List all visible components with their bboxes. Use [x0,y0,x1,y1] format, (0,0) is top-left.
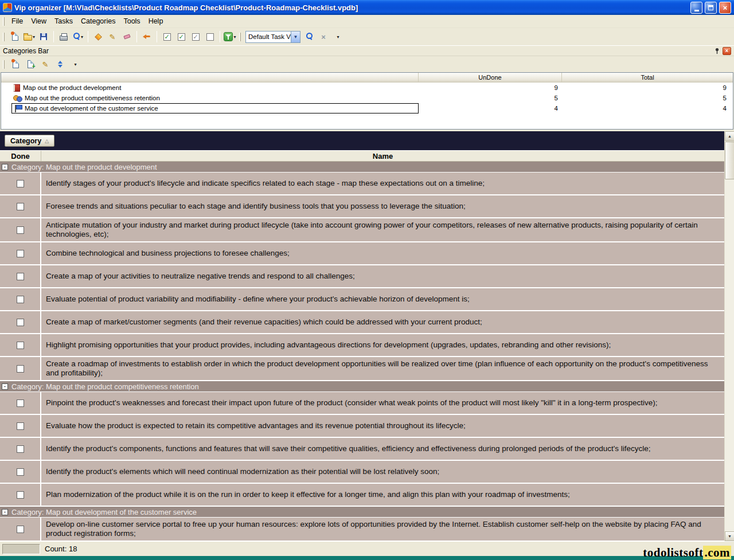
undo-button[interactable] [140,30,154,44]
sort-categories-button[interactable] [53,58,67,71]
group-header[interactable]: -Category: Map out development of the cu… [0,507,724,517]
print-preview-button[interactable]: ▾ [71,30,85,44]
task-list-body: -Category: Map out the product developme… [0,162,724,541]
task-checkbox[interactable] [17,342,24,349]
pin-button[interactable] [713,47,721,55]
task-row[interactable]: Foresee trends and situations peculiar t… [0,195,724,217]
task-row[interactable]: Anticipate mutation of your industry and… [0,218,724,241]
task-checkbox[interactable] [17,250,24,257]
vertical-scrollbar[interactable]: ▲ ▼ [724,131,734,541]
save-button[interactable] [37,30,50,44]
task-name: Evaluate how the product is expected to … [41,415,724,437]
done-column-header[interactable]: Done [0,151,41,161]
menu-view[interactable]: View [27,15,50,27]
delete-view-button[interactable]: × [317,30,330,44]
task-view-combo[interactable]: Default Task V ▼ [245,31,300,43]
task-checkbox[interactable] [17,296,24,303]
task-checkbox[interactable] [17,226,24,234]
task-checkbox[interactable] [17,365,24,373]
new-category-button[interactable] [9,58,22,71]
task-list-header: Done Name [0,150,724,162]
task-row[interactable]: Highlight promising opportunities that y… [0,334,724,356]
categories-bar-close-button[interactable]: × [723,47,731,55]
task-row[interactable]: Evaluate potential of product variabilit… [0,288,724,310]
task-checkbox[interactable] [17,203,24,210]
new-file-button[interactable] [8,30,22,44]
task-checkbox[interactable] [17,445,24,453]
dropdown-arrow-icon: ▾ [33,34,35,40]
combo-dropdown-icon[interactable]: ▼ [291,32,300,42]
maximize-button[interactable] [705,2,717,14]
customize-view-button[interactable] [302,30,316,44]
group-by-category-button[interactable]: Category △ [5,135,54,147]
scroll-up-button[interactable]: ▲ [725,131,734,141]
task-checkbox[interactable] [17,400,24,407]
task-done-cell [0,415,40,437]
total-column-header[interactable]: Total [562,73,733,82]
collapse-icon[interactable]: - [2,164,8,170]
name-column-header[interactable]: Name [41,151,724,161]
task-checkbox[interactable] [17,180,24,187]
task-row[interactable]: Pinpoint the product's weaknesses and fo… [0,392,724,414]
task-row[interactable]: Evaluate how the product is expected to … [0,415,724,437]
categories-table-body: Map out the product development99Map out… [1,83,733,113]
new-task-button[interactable] [91,30,105,44]
book-icon [13,84,20,92]
undone-column-header[interactable]: UnDone [419,73,562,82]
task-row[interactable]: Develop on-line customer service portal … [0,518,724,541]
category-row[interactable]: Map out the product development99 [1,83,733,93]
chevron-down-icon: ▾ [337,34,339,40]
toolbar-grip [3,33,5,41]
scroll-down-button[interactable]: ▼ [725,531,734,541]
task-checkbox[interactable] [17,273,24,280]
new-subcategory-button[interactable]: + [24,58,37,71]
collapse-icon[interactable]: - [2,383,8,390]
task-row[interactable]: Create a roadmap of investments to estab… [0,357,724,380]
menu-tools[interactable]: Tools [119,15,144,27]
task-row[interactable]: Create a map of your activities to neutr… [0,265,724,287]
task-row[interactable]: Identify the product's elements which wi… [0,461,724,483]
categories-table-header: UnDone Total [1,73,733,83]
task-checkbox[interactable] [17,526,24,533]
task-done-cell [0,484,40,506]
category-row[interactable]: Map out development of the customer serv… [1,103,733,113]
task-row[interactable]: Identify the product's components, funct… [0,438,724,460]
task-checkbox[interactable] [17,491,24,499]
menu-file[interactable]: File [7,15,27,27]
category-row[interactable]: Map out the product competitiveness rete… [1,93,733,103]
task-name: Identify the product's elements which wi… [41,461,724,483]
apply-filter-button[interactable]: ▾ [223,30,237,44]
close-button[interactable]: × [719,2,731,14]
categories-toolbar-options-button[interactable]: ▾ [68,58,82,71]
watermark-suffix: .com [703,546,731,559]
menu-tasks[interactable]: Tasks [50,15,77,27]
task-row[interactable]: Create a map of market/customer segments… [0,311,724,333]
group-header[interactable]: -Category: Map out the product developme… [0,162,724,172]
uncomplete-task-button[interactable]: ✓ [189,30,202,44]
scrollbar-thumb[interactable] [725,142,734,179]
collapse-icon[interactable]: - [2,509,8,515]
complete-task-button[interactable]: ✓ [160,30,174,44]
open-file-button[interactable]: ▾ [22,30,36,44]
delete-task-button[interactable] [120,30,134,44]
delete-x-icon: × [321,33,326,41]
print-button[interactable] [57,30,71,44]
edit-category-button[interactable]: ✎ [38,58,52,71]
menu-categories[interactable]: Categories [77,15,119,27]
new-category-icon [13,60,19,68]
open-folder-icon [24,35,32,41]
task-checkbox[interactable] [17,319,24,326]
task-row[interactable]: Combine technological and business proje… [0,242,724,264]
complete-all-button[interactable]: ✓ [174,30,188,44]
task-checkbox[interactable] [17,468,24,476]
task-row[interactable]: Plan modernization of the product while … [0,484,724,506]
task-checkbox[interactable] [17,422,24,430]
task-row[interactable]: Identify stages of your product's lifecy… [0,173,724,194]
hide-done-tasks-button[interactable] [203,30,217,44]
minimize-button[interactable] [690,2,702,14]
edit-task-button[interactable]: ✎ [106,30,119,44]
menu-help[interactable]: Help [145,15,167,27]
category-name-column-header[interactable] [1,73,419,82]
group-header[interactable]: -Category: Map out the product competiti… [0,381,724,391]
toolbar-options-button[interactable]: ▾ [331,30,345,44]
